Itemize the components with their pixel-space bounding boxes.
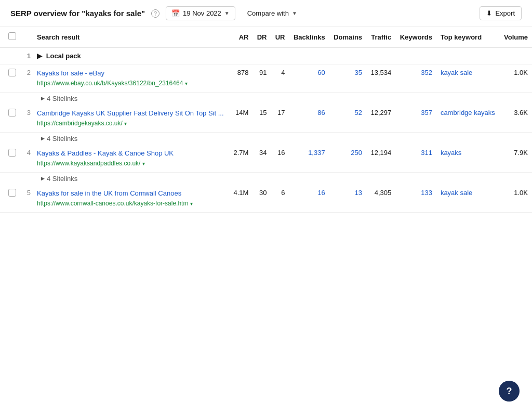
export-button[interactable]: ⬇ Export (480, 6, 522, 20)
row2-url-dropdown-icon[interactable]: ▾ (185, 81, 188, 86)
row3-dr: 15 (252, 105, 271, 132)
local-pack-triangle[interactable]: ▶ (37, 52, 42, 60)
row5-url-text: https://www.cornwall-canoes.co.uk/kayaks… (37, 200, 188, 207)
export-icon: ⬇ (486, 9, 492, 17)
date-label: 19 Nov 2022 (183, 9, 221, 17)
row4-ar: 2.7M (229, 145, 252, 172)
row4-domains-link[interactable]: 250 (351, 149, 362, 157)
row4-num: 4 (20, 145, 33, 172)
row4-dr: 34 (252, 145, 271, 172)
compare-label: Compare with (247, 9, 289, 17)
row2-dr: 91 (252, 64, 271, 93)
row4-url: https://www.kayaksandpaddles.co.uk/ ▾ (37, 159, 225, 168)
row5-domains: 13 (329, 185, 366, 212)
row2-backlinks-link[interactable]: 60 (317, 69, 325, 76)
header-ar[interactable]: AR (229, 27, 252, 47)
header-traffic[interactable]: Traffic (366, 27, 395, 47)
row4-sitelinks-cell: ▶ 4 Sitelinks (33, 172, 532, 185)
row3-keywords: 357 (395, 105, 436, 132)
row3-url-dropdown-icon[interactable]: ▾ (124, 121, 127, 126)
row5-backlinks-link[interactable]: 16 (317, 189, 325, 197)
row2-sitelinks-cell: ▶ 4 Sitelinks (33, 92, 532, 105)
row3-volume: 3.6K (499, 105, 532, 132)
header-ur[interactable]: UR (271, 27, 289, 47)
row4-backlinks: 1,337 (289, 145, 329, 172)
row2-sitelinks-checkbox (0, 92, 20, 105)
row3-num: 3 (20, 105, 33, 132)
compare-with-button[interactable]: Compare with ▼ (242, 6, 303, 20)
row5-url: https://www.cornwall-canoes.co.uk/kayaks… (37, 199, 225, 208)
row2-traffic: 13,534 (366, 64, 395, 93)
row2-result: Kayaks for sale - eBay https://www.ebay.… (33, 64, 229, 93)
main-content: Search result AR DR UR Backlinks Domains… (0, 27, 532, 213)
row3-sitelinks-toggle[interactable]: ▶ 4 Sitelinks (37, 135, 528, 143)
row2-backlinks: 60 (289, 64, 329, 93)
header-domains[interactable]: Domains (329, 27, 366, 47)
page-title: SERP overview for "kayaks for sale" (10, 9, 145, 18)
row2-ur: 4 (271, 64, 289, 93)
table-body: 1 ▶ Local pack 2 Kayaks for sale - eBay … (0, 47, 532, 212)
row5-volume: 1.0K (499, 185, 532, 212)
row3-traffic: 12,297 (366, 105, 395, 132)
row2-title-link[interactable]: Kayaks for sale - eBay (37, 69, 104, 77)
row3-ar: 14M (229, 105, 252, 132)
table-row-2-sitelinks: ▶ 4 Sitelinks (0, 92, 532, 105)
row5-checkbox[interactable] (8, 189, 16, 197)
row4-checkbox-cell (0, 145, 20, 172)
row3-title-link[interactable]: Cambridge Kayaks UK Supplier Fast Delive… (37, 109, 224, 117)
row2-ar: 878 (229, 64, 252, 93)
row4-checkbox[interactable] (8, 149, 16, 157)
row2-domains: 35 (329, 64, 366, 93)
row2-sitelinks-toggle[interactable]: ▶ 4 Sitelinks (37, 95, 528, 102)
row5-checkbox-cell (0, 185, 20, 212)
table-row-3: 3 Cambridge Kayaks UK Supplier Fast Deli… (0, 105, 532, 132)
row2-keywords-link[interactable]: 352 (421, 69, 432, 76)
row4-backlinks-link[interactable]: 1,337 (308, 149, 325, 157)
select-all-checkbox[interactable] (8, 32, 16, 40)
row4-result: Kayaks & Paddles - Kayak & Canoe Shop UK… (33, 145, 229, 172)
header-dr[interactable]: DR (252, 27, 271, 47)
row2-sitelinks-label: 4 Sitelinks (47, 95, 77, 102)
row3-url: https://cambridgekayaks.co.uk/ ▾ (37, 119, 225, 128)
header-keywords[interactable]: Keywords (395, 27, 436, 47)
row5-backlinks: 16 (289, 185, 329, 212)
row4-domains: 250 (329, 145, 366, 172)
row4-url-dropdown-icon[interactable]: ▾ (142, 161, 145, 166)
row5-num: 5 (20, 185, 33, 212)
row5-keywords-link[interactable]: 133 (421, 189, 432, 197)
row4-title-link[interactable]: Kayaks & Paddles - Kayak & Canoe Shop UK (37, 149, 174, 157)
table-row-3-sitelinks: ▶ 4 Sitelinks (0, 132, 532, 145)
row3-sitelinks-num (20, 132, 33, 145)
page-header: SERP overview for "kayaks for sale" ? 📅 … (0, 0, 532, 27)
row4-ur: 16 (271, 145, 289, 172)
header-volume[interactable]: Volume (499, 27, 532, 47)
row4-sitelinks-num (20, 172, 33, 185)
row2-checkbox-cell (0, 64, 20, 93)
row5-url-dropdown-icon[interactable]: ▾ (190, 201, 193, 206)
row5-result: Kayaks for sale in the UK from Cornwall … (33, 185, 229, 212)
date-picker-button[interactable]: 📅 19 Nov 2022 ▼ (166, 6, 235, 20)
row4-keywords-link[interactable]: 311 (421, 149, 432, 157)
row4-sitelinks-label: 4 Sitelinks (47, 175, 77, 183)
row3-domains-link[interactable]: 52 (355, 109, 362, 117)
row4-sitelinks-checkbox (0, 172, 20, 185)
table-row-4: 4 Kayaks & Paddles - Kayak & Canoe Shop … (0, 145, 532, 172)
row2-sitelinks-num (20, 92, 33, 105)
row3-backlinks-link[interactable]: 86 (317, 109, 325, 117)
header-row: Search result AR DR UR Backlinks Domains… (0, 27, 532, 47)
row3-checkbox[interactable] (8, 109, 16, 117)
header-backlinks[interactable]: Backlinks (289, 27, 329, 47)
title-help-icon[interactable]: ? (151, 9, 159, 18)
row2-domains-link[interactable]: 35 (355, 69, 362, 76)
row4-traffic: 12,194 (366, 145, 395, 172)
header-top-keyword[interactable]: Top keyword (436, 27, 500, 47)
row3-url-text: https://cambridgekayaks.co.uk/ (37, 120, 123, 127)
row4-url-text: https://www.kayaksandpaddles.co.uk/ (37, 160, 140, 167)
row4-sitelinks-toggle[interactable]: ▶ 4 Sitelinks (37, 175, 528, 183)
row5-domains-link[interactable]: 13 (355, 189, 362, 197)
row2-num: 2 (20, 64, 33, 93)
row5-title-link[interactable]: Kayaks for sale in the UK from Cornwall … (37, 189, 181, 197)
row3-keywords-link[interactable]: 357 (421, 109, 432, 117)
row2-checkbox[interactable] (8, 69, 16, 76)
row4-sitelinks-triangle: ▶ (41, 176, 45, 181)
